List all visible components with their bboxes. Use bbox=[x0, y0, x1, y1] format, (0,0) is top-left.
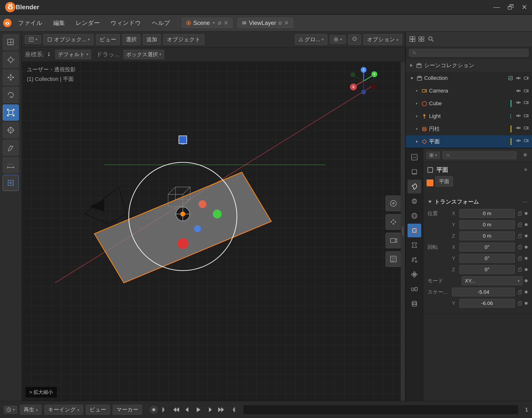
transform-expand-icon[interactable] bbox=[428, 199, 432, 204]
viewport-view-btn[interactable]: ビュー bbox=[96, 34, 120, 45]
collection-camera-icon[interactable] bbox=[524, 76, 529, 81]
prev-frame-button[interactable] bbox=[183, 406, 191, 414]
menu-edit[interactable]: 編集 bbox=[49, 18, 69, 28]
viewlayer-selector[interactable]: ViewLayer ✕ bbox=[238, 18, 293, 28]
camera-cam-icon[interactable] bbox=[524, 88, 529, 93]
jump-end-button[interactable] bbox=[228, 406, 236, 414]
mesh-name-display[interactable]: 平面 bbox=[435, 176, 453, 186]
position-x-lock-icon[interactable] bbox=[517, 210, 523, 216]
zoom-in-button[interactable] bbox=[385, 196, 401, 211]
light-cam-icon[interactable] bbox=[524, 113, 529, 118]
pan-button[interactable] bbox=[385, 214, 401, 230]
marker-button[interactable]: マーカー bbox=[113, 405, 142, 415]
transform-tool-button[interactable] bbox=[3, 122, 19, 138]
scene-selector[interactable]: Scene ✕ bbox=[182, 18, 233, 28]
coord-system-dropdown[interactable]: デフォルト ▾ bbox=[55, 50, 91, 59]
menu-file[interactable]: ファイル bbox=[14, 18, 47, 28]
viewport-object-btn[interactable]: オブジェクト bbox=[163, 34, 204, 45]
viewport-canvas[interactable]: ユーザー・透視投影 (1) Collection | 平面 Z Y bbox=[22, 61, 405, 401]
props-data-icon[interactable] bbox=[407, 297, 421, 311]
select-tool-button[interactable] bbox=[3, 34, 19, 50]
scale-y-lock-icon[interactable] bbox=[517, 300, 523, 306]
menu-render[interactable]: レンダー bbox=[71, 18, 104, 28]
camera-eye-icon[interactable] bbox=[516, 88, 521, 93]
render-view-button[interactable] bbox=[385, 251, 401, 267]
props-constraints-icon[interactable] bbox=[407, 282, 421, 296]
zoom-label[interactable]: > 拡大縮小 bbox=[25, 387, 57, 397]
pin-icon[interactable] bbox=[523, 167, 529, 173]
light-eye-icon[interactable] bbox=[516, 113, 521, 118]
camera-view-button[interactable] bbox=[385, 233, 401, 248]
props-particles-icon[interactable] bbox=[407, 253, 421, 267]
plane-eye-icon[interactable] bbox=[516, 138, 521, 143]
play-button[interactable] bbox=[195, 406, 203, 414]
rotation-y-lock-icon[interactable] bbox=[517, 255, 523, 261]
panel-resize-handle[interactable] bbox=[401, 61, 405, 401]
cursor-tool-button[interactable] bbox=[3, 52, 19, 68]
scene-close-icon[interactable]: ✕ bbox=[224, 20, 228, 26]
rotation-z-keyframe[interactable] bbox=[525, 268, 528, 271]
scale-y-keyframe[interactable] bbox=[525, 302, 528, 305]
prev-keyframe-button[interactable] bbox=[172, 406, 180, 414]
rotation-y-keyframe[interactable] bbox=[525, 257, 528, 260]
rotate-tool-button[interactable] bbox=[3, 87, 19, 103]
collection-eye-icon[interactable] bbox=[516, 76, 521, 81]
position-x-value[interactable]: 0 m bbox=[459, 209, 515, 218]
position-y-keyframe[interactable] bbox=[525, 223, 528, 226]
viewport-add-btn[interactable]: 追加 bbox=[143, 34, 161, 45]
plane-cam-icon[interactable] bbox=[524, 138, 529, 143]
timeline-editor-icon[interactable]: ▾ bbox=[4, 406, 17, 414]
position-y-lock-icon[interactable] bbox=[517, 222, 523, 228]
collection-triangle[interactable] bbox=[410, 76, 415, 80]
props-world-icon[interactable] bbox=[407, 209, 421, 223]
minimize-button[interactable]: — bbox=[493, 3, 500, 11]
props-modifier-icon[interactable] bbox=[407, 238, 421, 252]
box-select-dropdown[interactable]: ボックス選択 ▾ bbox=[124, 50, 164, 59]
rotation-z-lock-icon[interactable] bbox=[517, 267, 523, 272]
position-z-lock-icon[interactable] bbox=[517, 233, 523, 239]
position-z-keyframe[interactable] bbox=[525, 234, 528, 237]
menu-window[interactable]: ウィンドウ bbox=[106, 18, 146, 28]
timeline-track[interactable] bbox=[243, 405, 518, 415]
rotation-x-keyframe[interactable] bbox=[525, 246, 528, 249]
position-z-value[interactable]: 0 m bbox=[459, 232, 515, 240]
props-scene-icon[interactable] bbox=[407, 194, 421, 208]
camera-row[interactable]: Camera bbox=[406, 84, 532, 97]
camera-triangle[interactable] bbox=[415, 89, 420, 93]
play-dropdown[interactable]: 再生 ▾ bbox=[20, 405, 42, 415]
position-x-keyframe[interactable] bbox=[525, 212, 528, 215]
cylinder-triangle[interactable] bbox=[415, 127, 420, 131]
cylinder-row[interactable]: 円柱 bbox=[406, 123, 532, 135]
next-keyframe-button[interactable] bbox=[217, 406, 225, 414]
mode-dropdown-value[interactable]: XY... ▾ bbox=[462, 276, 523, 285]
move-tool-button[interactable] bbox=[3, 69, 19, 85]
outliner-tab-icon[interactable] bbox=[409, 36, 416, 43]
cube-triangle[interactable] bbox=[415, 101, 420, 106]
rotation-x-lock-icon[interactable] bbox=[517, 244, 523, 250]
viewport[interactable]: ▾ オブジェク... ▾ ビュー 選択 追加 オブジェクト グロ... ▾ ▾ bbox=[22, 32, 405, 401]
play-circle-indicator[interactable] bbox=[150, 406, 158, 414]
annotate-tool-button[interactable] bbox=[3, 140, 19, 156]
outliner-search-icon[interactable] bbox=[428, 36, 434, 43]
cube-eye-icon[interactable] bbox=[516, 100, 521, 105]
editor-type-dropdown[interactable]: ▾ bbox=[25, 35, 41, 44]
menu-help[interactable]: ヘルプ bbox=[147, 18, 174, 28]
rotation-y-value[interactable]: 0° bbox=[459, 254, 515, 263]
mode-dropdown[interactable]: オブジェク... ▾ bbox=[44, 34, 93, 45]
collection-row[interactable]: Collection bbox=[406, 72, 532, 84]
keying-dropdown[interactable]: キーイング ▾ bbox=[45, 405, 83, 415]
props-search-input[interactable] bbox=[443, 151, 516, 159]
proportional-edit-btn[interactable] bbox=[348, 35, 361, 45]
navigation-gizmo[interactable]: Z Y X bbox=[349, 66, 378, 96]
scale-x-value[interactable]: -5.04 bbox=[452, 288, 515, 296]
plane-triangle[interactable] bbox=[415, 139, 420, 144]
light-triangle[interactable] bbox=[415, 114, 420, 118]
close-button[interactable]: ✕ bbox=[521, 3, 527, 11]
snap-dropdown[interactable]: ▾ bbox=[330, 35, 346, 44]
outliner-view-icon[interactable] bbox=[418, 36, 425, 43]
props-pin-icon[interactable] bbox=[522, 152, 529, 159]
scale-tool-button[interactable] bbox=[3, 104, 19, 121]
next-frame-button[interactable] bbox=[206, 406, 214, 414]
cylinder-cam-icon[interactable] bbox=[524, 126, 529, 130]
light-row[interactable]: Light ( bbox=[406, 110, 532, 123]
